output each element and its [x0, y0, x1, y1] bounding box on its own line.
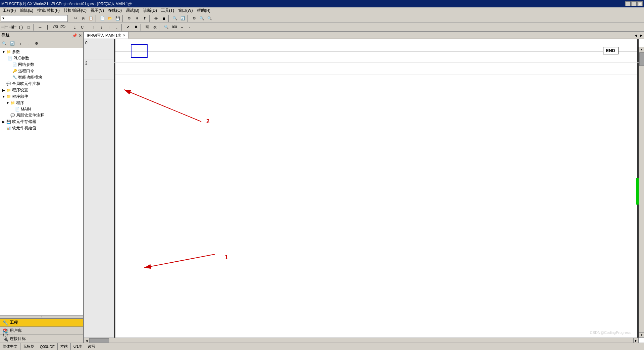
scroll-thumb-h[interactable] [89, 338, 109, 343]
tree-item-prog-parts[interactable]: ▼ 📁 程序部件 [1, 93, 83, 100]
tree-item-program[interactable]: ▼ 📁 程序 [1, 100, 83, 106]
falling-contact-btn[interactable]: ↓ [98, 24, 105, 31]
rising-contact-btn[interactable]: ↑ [90, 24, 97, 31]
vline-btn[interactable]: │ [44, 24, 51, 31]
editor-tab-close[interactable]: ✕ [123, 34, 125, 37]
tree-item-dev-memory[interactable]: ▶ 💾 软元件存储器 [1, 119, 83, 125]
maximize-button[interactable]: □ [631, 1, 637, 6]
tree-item-params[interactable]: ▼ 📁 参数 [1, 49, 83, 55]
toolbar-open-btn[interactable]: 📂 [106, 15, 114, 22]
tree-item-remote-cmd[interactable]: 🔑 远程口令 [1, 68, 83, 74]
toolbar-cut-btn[interactable]: ✂ [72, 15, 79, 22]
scroll-down-btn[interactable]: ▼ [639, 332, 644, 338]
hline-btn[interactable]: ─ [36, 24, 44, 31]
toolbar-save-btn[interactable]: 💾 [114, 15, 121, 22]
contact-nc-btn[interactable]: ⊣/⊢ [8, 24, 17, 31]
tree-item-smart-module[interactable]: 🔧 智能功能模块 [1, 74, 83, 81]
toolbar-stop-btn[interactable]: ⏹ [160, 15, 167, 22]
nav-close-icon[interactable]: ✕ [78, 33, 82, 38]
project-tab-label: 工程 [10, 320, 18, 325]
menu-help[interactable]: 帮助(H) [195, 7, 213, 14]
editor-tab[interactable]: [PRG]写入 MAIN 1步 ✕ [84, 32, 128, 39]
minimize-button[interactable]: ─ [625, 1, 631, 6]
nav-toolbar-btn-4[interactable]: - [25, 40, 32, 47]
tree-item-prog-settings[interactable]: ▶ 📁 程序设置 [1, 87, 83, 93]
menu-tools[interactable]: 工具(T) [159, 7, 176, 14]
nav-toolbar-btn-2[interactable]: 🔄 [9, 40, 16, 47]
find-btn[interactable]: 🔍 [163, 24, 170, 31]
tree-item-net-params[interactable]: 📄 网络参数 [1, 61, 83, 68]
apply-btn[interactable]: ✔ [124, 24, 132, 31]
menu-debug[interactable]: 调试(B) [124, 7, 141, 14]
separator-2 [96, 15, 98, 22]
write-mode-btn[interactable]: 写 [144, 24, 151, 31]
toolbar-dropdown[interactable]: ▾ [1, 15, 68, 22]
tab-prev-btn[interactable]: ◀ [633, 32, 639, 39]
separator-9 [87, 24, 89, 31]
expand-params[interactable]: ▼ [1, 50, 6, 54]
close-button[interactable]: ✕ [637, 1, 643, 6]
scroll-left-btn[interactable]: ◀ [84, 338, 89, 343]
tree-item-local-dev[interactable]: 💬 局部软元件注释 [1, 112, 83, 119]
toolbar-monitor-btn[interactable]: 👁 [152, 15, 160, 22]
menu-edit[interactable]: 编辑(E) [18, 7, 35, 14]
expand-net[interactable] [7, 62, 12, 67]
scroll-up-btn[interactable]: ▲ [639, 47, 644, 52]
icon-dev-memory: 💾 [6, 119, 11, 125]
menu-view[interactable]: 视图(V) [89, 7, 106, 14]
zoom-in2-btn[interactable]: + [178, 24, 185, 31]
del-hline-btn[interactable]: ⌫ [52, 24, 59, 31]
expand-dev-memory[interactable]: ▶ [1, 120, 6, 124]
toolbar-settings-btn[interactable]: ⚙ [191, 15, 198, 22]
del-vline-btn[interactable]: ⌦ [59, 24, 67, 31]
expand-prog-settings[interactable]: ▶ [1, 88, 6, 93]
nav-toolbar-btn-1[interactable]: 🔍 [1, 40, 8, 47]
scroll-thumb-v[interactable] [639, 52, 644, 66]
nav-resize-handle[interactable]: ⠿ [0, 315, 83, 318]
func-block-btn[interactable]: □ [25, 24, 32, 31]
toolbar-zoom-out-btn[interactable]: 🔍 [206, 15, 213, 22]
cancel-btn[interactable]: ✖ [132, 24, 140, 31]
nav-toolbar-btn-3[interactable]: + [17, 40, 24, 47]
falling-coil-btn[interactable]: ↓ [113, 24, 120, 31]
menu-search[interactable]: 搜索/替换(F) [35, 7, 62, 14]
nav-toolbar-btn-5[interactable]: ⚙ [33, 40, 40, 47]
comment-btn[interactable]: C [78, 24, 86, 31]
nav-tab-userlib[interactable]: 📚 用户库 [0, 327, 83, 335]
expand-program[interactable]: ▼ [5, 101, 10, 105]
contact-no-btn[interactable]: ⊣⊢ [1, 24, 8, 31]
toolbar-replace-btn[interactable]: 🔄 [179, 15, 186, 22]
nav-pin-icon[interactable]: 📌 [72, 33, 77, 38]
tree-item-global-dev[interactable]: 💬 全局软元件注释 [1, 81, 83, 87]
ladder-contact-selected[interactable] [131, 44, 148, 58]
menu-online[interactable]: 在线(O) [106, 7, 124, 14]
nav-tab-conn[interactable]: 🔌 连接目标 [0, 335, 83, 343]
menu-project[interactable]: 工程(F) [1, 7, 18, 14]
tree-item-dev-initial[interactable]: 📊 软元件初始值 [1, 125, 83, 131]
label-btn[interactable]: L [71, 24, 78, 31]
coil-btn[interactable]: ( ) [17, 24, 24, 31]
toolbar-paste-btn[interactable]: 📋 [87, 15, 95, 22]
menu-convert[interactable]: 转换/编译(C) [62, 7, 89, 14]
tree-item-main[interactable]: 📄 MAIN [1, 106, 83, 112]
rising-coil-btn[interactable]: ↑ [105, 24, 113, 31]
toolbar-copy-btn[interactable]: ⎘ [79, 15, 87, 22]
menu-diag[interactable]: 诊断(D) [141, 7, 159, 14]
toolbar-search-btn[interactable]: 🔍 [171, 15, 179, 22]
toolbar-build-btn[interactable]: ⚙ [125, 15, 133, 22]
zoom-out2-btn[interactable]: - [186, 24, 193, 31]
menu-window[interactable]: 窗口(W) [176, 7, 195, 14]
status-cpu: Q03UDE [37, 343, 58, 350]
nav-tab-project[interactable]: 🔧 工程 [0, 319, 83, 327]
toolbar-dl-btn[interactable]: ⬇ [133, 15, 141, 22]
toolbar-zoom-in-btn[interactable]: 🔍 [198, 15, 206, 22]
zoom-100-btn[interactable]: 100 [170, 24, 178, 31]
toolbar-new-btn[interactable]: 📄 [99, 15, 106, 22]
tab-next-btn[interactable]: ▶ [639, 32, 644, 39]
toolbar-ul-btn[interactable]: ⬆ [141, 15, 148, 22]
scroll-right-btn[interactable]: ▶ [633, 338, 639, 343]
tree-item-plc-params[interactable]: 📄 PLC参数 [1, 55, 83, 61]
navigation-panel: 导航 📌 ✕ 🔍 🔄 + - ⚙ ▼ 📁 参数 📄 PLC参数 [0, 32, 84, 343]
overwrite-btn[interactable]: 改 [151, 24, 159, 31]
expand-prog-parts[interactable]: ▼ [1, 94, 6, 99]
